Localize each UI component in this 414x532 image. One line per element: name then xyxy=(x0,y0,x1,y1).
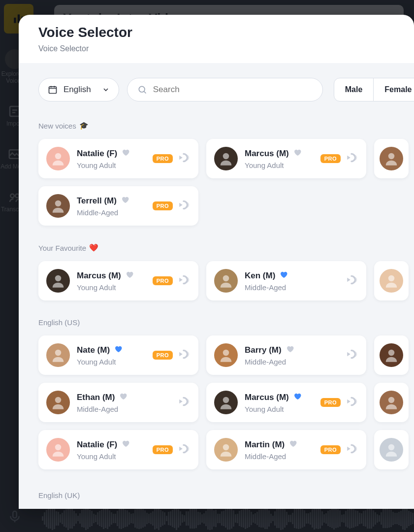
voice-section-en_us: English (US)Nate (M)Young AdultPROBarry … xyxy=(38,318,414,469)
voice-card[interactable]: Nate (M)Young AdultPRO xyxy=(38,335,198,375)
search-input[interactable] xyxy=(153,85,313,95)
voice-name: Marcus (M) xyxy=(77,271,121,281)
voice-avatar xyxy=(214,269,238,293)
section-label-en-uk: English (UK) xyxy=(38,491,414,499)
section-label: New voices🎓 xyxy=(38,121,414,130)
voice-card[interactable]: Marcus (M)Young AdultPRO xyxy=(206,383,366,422)
voice-name: Barry (M) xyxy=(245,345,282,355)
voice-age: Young Adult xyxy=(77,452,153,461)
modal-body: English Male Female New voices🎓Natalie (… xyxy=(19,63,414,509)
favorite-heart-icon[interactable] xyxy=(114,344,123,356)
voice-card[interactable] xyxy=(374,430,409,469)
pro-badge: PRO xyxy=(320,398,341,407)
voice-name: Ken (M) xyxy=(245,271,275,281)
voice-name: Terrell (M) xyxy=(77,196,117,206)
section-emoji: 🎓 xyxy=(79,121,89,130)
voice-age: Young Adult xyxy=(77,283,153,292)
voice-card[interactable]: Natalie (F)Young AdultPRO xyxy=(38,430,198,469)
voice-card-grid: Nate (M)Young AdultPROBarry (M)Middle-Ag… xyxy=(38,335,414,469)
favorite-heart-icon[interactable] xyxy=(293,392,302,403)
language-select-label: English xyxy=(64,85,91,95)
favorite-heart-icon[interactable] xyxy=(121,148,130,159)
favorite-heart-icon[interactable] xyxy=(293,148,302,159)
favorite-heart-icon[interactable] xyxy=(121,195,129,206)
favorite-heart-icon[interactable] xyxy=(121,439,130,450)
play-preview-button[interactable] xyxy=(346,151,358,166)
play-preview-button[interactable] xyxy=(346,395,358,410)
favorite-heart-icon[interactable] xyxy=(279,270,288,281)
favorite-heart-icon[interactable] xyxy=(119,392,127,403)
favorite-heart-icon[interactable] xyxy=(286,344,294,356)
voice-card-grid: Natalie (F)Young AdultPROMarcus (M)Young… xyxy=(38,139,414,226)
segment-male[interactable]: Male xyxy=(334,78,374,101)
modal-title: Voice Selector xyxy=(38,25,394,40)
play-preview-button[interactable] xyxy=(178,273,191,288)
voice-avatar xyxy=(380,438,403,462)
play-preview-button[interactable] xyxy=(178,151,191,166)
voice-card[interactable]: Martin (M)Middle-AgedPRO xyxy=(206,430,366,469)
voice-card[interactable]: Ethan (M)Middle-Aged xyxy=(38,383,198,422)
section-label: Your Favourite❤️ xyxy=(38,243,414,252)
favorite-heart-icon[interactable] xyxy=(288,439,297,450)
voice-age: Young Adult xyxy=(77,161,153,169)
voice-avatar xyxy=(46,194,70,218)
section-emoji: ❤️ xyxy=(89,243,98,252)
language-select[interactable]: English xyxy=(38,78,119,101)
modal-subtitle: Voice Selector xyxy=(38,44,394,53)
search-icon xyxy=(137,85,147,95)
voice-name: Ethan (M) xyxy=(77,393,115,402)
play-preview-button[interactable] xyxy=(346,442,358,457)
voice-age: Middle-Aged xyxy=(245,358,346,366)
voice-avatar xyxy=(46,147,70,170)
voice-card[interactable] xyxy=(374,335,409,375)
play-preview-button[interactable] xyxy=(178,348,191,363)
voice-avatar xyxy=(214,391,238,414)
play-preview-button[interactable] xyxy=(346,273,358,288)
svg-point-9 xyxy=(139,86,145,92)
voice-avatar xyxy=(380,147,403,170)
voice-name: Natalie (F) xyxy=(77,149,117,159)
pro-badge: PRO xyxy=(153,154,173,163)
voice-card[interactable]: Marcus (M)Young AdultPRO xyxy=(38,261,198,300)
pro-badge: PRO xyxy=(153,445,173,454)
voice-name: Natalie (F) xyxy=(77,440,117,450)
pro-badge: PRO xyxy=(320,154,341,163)
favorite-heart-icon[interactable] xyxy=(125,270,134,281)
chevron-down-icon xyxy=(102,86,110,94)
voice-avatar xyxy=(46,269,70,293)
voice-section-new: New voices🎓Natalie (F)Young AdultPROMarc… xyxy=(38,121,414,226)
voice-age: Young Adult xyxy=(245,161,320,169)
play-preview-button[interactable] xyxy=(178,199,191,213)
pro-badge: PRO xyxy=(153,276,173,285)
play-preview-button[interactable] xyxy=(178,395,191,410)
voice-age: Middle-Aged xyxy=(245,452,320,461)
voice-avatar xyxy=(380,391,403,414)
svg-rect-8 xyxy=(49,87,57,93)
voice-card[interactable]: Terrell (M)Middle-AgedPRO xyxy=(38,186,198,226)
voice-avatar xyxy=(214,343,238,367)
voice-avatar xyxy=(380,343,403,367)
voice-card[interactable]: Barry (M)Middle-Aged xyxy=(206,335,366,375)
voice-age: Young Adult xyxy=(77,358,153,366)
voice-card[interactable] xyxy=(374,383,409,422)
section-label: English (US) xyxy=(38,318,414,327)
voice-avatar xyxy=(380,269,403,293)
modal-header: Voice Selector Voice Selector xyxy=(19,15,414,63)
voice-age: Middle-Aged xyxy=(77,405,178,413)
calendar-icon xyxy=(48,85,58,95)
pro-badge: PRO xyxy=(153,351,173,360)
voice-card[interactable] xyxy=(374,261,409,300)
segment-female[interactable]: Female xyxy=(374,78,414,101)
play-preview-button[interactable] xyxy=(178,442,191,457)
voice-avatar xyxy=(46,391,70,414)
voice-card[interactable] xyxy=(374,139,409,178)
search-field[interactable] xyxy=(127,78,323,101)
voice-name: Nate (M) xyxy=(77,345,110,355)
pro-badge: PRO xyxy=(320,445,341,454)
voice-card[interactable]: Ken (M)Middle-Aged xyxy=(206,261,366,300)
voice-card[interactable]: Natalie (F)Young AdultPRO xyxy=(38,139,198,178)
pro-badge: PRO xyxy=(153,201,173,210)
play-preview-button[interactable] xyxy=(346,348,358,363)
voice-card[interactable]: Marcus (M)Young AdultPRO xyxy=(206,139,366,178)
voice-avatar xyxy=(46,438,70,462)
